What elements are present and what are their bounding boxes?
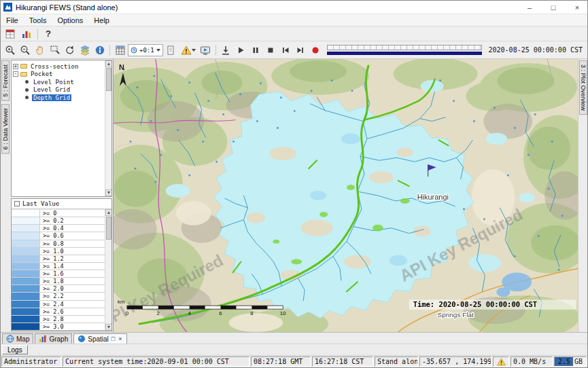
scroll-up-icon[interactable] — [105, 60, 112, 67]
tree-item-depth-grid[interactable]: Depth Grid — [24, 94, 103, 102]
legend-row: >= 2.8 — [12, 316, 105, 323]
legend-label: >= 1.6 — [40, 270, 105, 277]
stop-button[interactable] — [264, 43, 278, 57]
thresholds-warning-button[interactable] — [179, 43, 198, 57]
sidebar-tab-data-viewer[interactable]: 6 : Data Viewer — [1, 104, 10, 153]
scale-unit-label: km — [118, 299, 125, 305]
collapse-icon[interactable]: - — [13, 71, 18, 77]
previous-zoom-button[interactable] — [63, 43, 77, 57]
bullet-icon — [25, 88, 29, 92]
legend-swatch — [12, 293, 40, 299]
tree-item-level-grid[interactable]: Level Grid — [24, 86, 103, 94]
export-timeseries-button[interactable] — [219, 43, 233, 57]
status-local-time: 16:27:18 CST — [312, 356, 373, 367]
toolbar-main: ? — [1, 26, 587, 41]
status-coordinates: -35.657 , 174.199 — [419, 356, 491, 367]
zoom-box-button[interactable] — [48, 43, 62, 57]
tab-spatial[interactable]: Spatial □ × — [73, 333, 126, 344]
view-tab-bar: Map Graph Spatial □ × — [1, 332, 587, 344]
legend-row: >= 1.0 — [12, 248, 105, 255]
tree-item-label[interactable]: Level Point — [32, 79, 75, 86]
tab-map[interactable]: Map — [2, 333, 33, 344]
database-status-button[interactable] — [19, 27, 33, 41]
sidebar-tab-plot-overview[interactable]: 3 : Plot Overview — [579, 60, 587, 115]
bullet-icon — [25, 80, 29, 84]
play-button[interactable] — [234, 43, 248, 57]
legend-scrollbar[interactable] — [105, 209, 111, 331]
tree-item-level-point[interactable]: Level Point — [24, 78, 103, 86]
legend-row: >= 1.4 — [12, 263, 105, 270]
legend-label: >= 1.4 — [40, 263, 105, 270]
time-slider-track[interactable] — [327, 45, 482, 50]
tree-item-label[interactable]: Pocket — [29, 71, 54, 77]
menu-options[interactable]: Options — [52, 15, 88, 26]
tree-item-label[interactable]: Level Grid — [32, 86, 71, 93]
scroll-down-icon[interactable] — [105, 324, 112, 331]
time-slider[interactable] — [327, 44, 482, 56]
first-step-button[interactable] — [279, 43, 293, 57]
interval-selector[interactable]: +0:1 — [128, 44, 163, 56]
legend-row: >= 1.2 — [12, 255, 105, 263]
zoom-out-button[interactable] — [18, 43, 32, 57]
layers-button[interactable] — [77, 43, 92, 57]
help-button[interactable]: ? — [42, 27, 54, 41]
legend-label: >= 0.4 — [40, 225, 105, 232]
layer-tree: + Cross-section - Pocket Level Point — [12, 60, 105, 196]
scrollbar-thumb[interactable] — [106, 68, 111, 91]
menu-tools[interactable]: Tools — [24, 15, 52, 26]
close-button[interactable]: × — [567, 1, 587, 14]
record-button[interactable] — [309, 43, 323, 57]
legend-label: >= 3.0 — [40, 323, 105, 330]
pan-button[interactable] — [33, 43, 47, 57]
panel-maximize-button[interactable]: □ — [111, 335, 116, 342]
locality-label: Springs Flat — [438, 311, 474, 318]
play-icon — [236, 45, 245, 55]
tree-item-cross-section[interactable]: + Cross-section — [13, 62, 103, 71]
folder-icon — [20, 64, 27, 69]
scroll-down-icon[interactable] — [105, 189, 112, 196]
tree-item-pocket[interactable]: - Pocket — [13, 71, 103, 79]
tab-label: Graph — [49, 335, 68, 343]
info-icon — [94, 45, 105, 56]
right-tab-strip: 3 : Plot Overview — [578, 59, 587, 332]
app-logo-icon — [3, 3, 12, 12]
maximize-button[interactable]: □ — [543, 1, 564, 14]
menu-bar: File Tools Options Help — [1, 14, 587, 26]
bar-chart-icon — [39, 335, 47, 343]
tree-scrollbar[interactable] — [105, 60, 111, 196]
tab-graph[interactable]: Graph — [35, 333, 72, 344]
expand-icon[interactable]: + — [13, 64, 18, 69]
grid-table-icon — [115, 45, 126, 56]
status-download-rate: 0.0 MB/s — [511, 356, 553, 367]
undo-zoom-icon — [65, 45, 75, 56]
legend-label: >= 0.8 — [40, 240, 105, 247]
profile-document-button[interactable] — [164, 43, 178, 57]
tree-item-label-selected[interactable]: Depth Grid — [32, 94, 71, 101]
sidebar-tab-forecast[interactable]: 5 : Forecast — [1, 60, 10, 101]
logs-button[interactable]: Logs — [2, 345, 28, 354]
grid-display-button[interactable] — [113, 43, 127, 57]
menu-help[interactable]: Help — [88, 15, 115, 26]
pause-button[interactable] — [249, 43, 263, 57]
panel-close-button[interactable]: × — [118, 335, 122, 342]
menu-file[interactable]: File — [1, 15, 24, 26]
minimize-button[interactable]: – — [519, 1, 540, 14]
legend-panel: Last Value >= 0 >= 0.2 >= 0.4 >= 0.6 >= … — [11, 198, 112, 331]
last-value-checkbox[interactable] — [14, 201, 20, 206]
legend-label: >= 2.2 — [40, 293, 105, 299]
status-warning[interactable] — [493, 356, 509, 367]
database-import-button[interactable] — [3, 27, 17, 41]
scrollbar-thumb[interactable] — [106, 217, 111, 240]
legend-label: >= 1.0 — [40, 248, 105, 255]
last-step-button[interactable] — [294, 43, 308, 57]
animation-display-button[interactable] — [198, 43, 213, 57]
info-button[interactable] — [92, 43, 107, 57]
map-canvas[interactable]: API Key Required API Key Required Hikura… — [114, 59, 578, 332]
legend-swatch — [12, 308, 40, 315]
legend-swatch — [12, 301, 40, 308]
skip-end-icon — [296, 45, 305, 55]
zoom-in-button[interactable] — [3, 43, 17, 57]
legend-swatch — [12, 210, 40, 217]
scroll-up-icon[interactable] — [105, 209, 112, 216]
tree-item-label[interactable]: Cross-section — [29, 63, 80, 70]
